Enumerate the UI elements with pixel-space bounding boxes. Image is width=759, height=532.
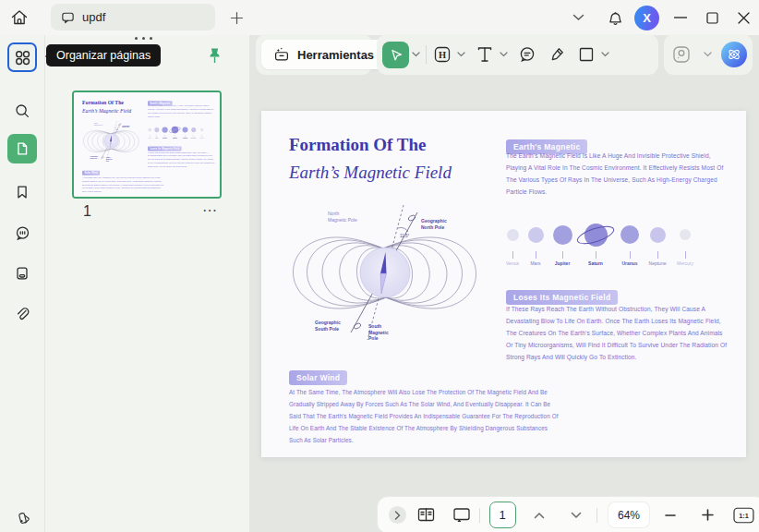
thumb-diagram-label-south-magnetic-2: Magnetic bbox=[106, 158, 113, 160]
collapse-statusbar-button[interactable] bbox=[385, 497, 409, 532]
thumbnail-label-row: 1 ⋯ bbox=[72, 203, 222, 224]
tab-title: updf bbox=[82, 10, 105, 24]
home-button[interactable] bbox=[7, 6, 31, 30]
planet-tick bbox=[536, 251, 536, 259]
book-view-icon bbox=[416, 504, 437, 526]
section-text-solar-wind: At The Same Time, The Atmosphere Will Al… bbox=[289, 386, 559, 446]
page-thumbnail-canvas[interactable]: Formation Of The Earth’s Magnetic Field bbox=[72, 91, 222, 199]
planet-tick bbox=[685, 251, 686, 259]
minimize-button[interactable] bbox=[665, 0, 696, 35]
planet-jupiter: Jupiter bbox=[544, 222, 581, 266]
planets-size-comparison: VenusMarsJupiterSaturnUranusNeptuneMercu… bbox=[261, 222, 746, 275]
cursor-icon bbox=[388, 46, 404, 63]
presentation-mode-button[interactable] bbox=[446, 497, 477, 532]
sidebar-item-organize-pages[interactable] bbox=[7, 42, 37, 72]
section-text-loses-field: If These Rays Reach The Earth Without Ob… bbox=[506, 303, 730, 363]
diagram-label-south-magnetic-1: South bbox=[368, 323, 381, 329]
sidebar-item-comments[interactable] bbox=[7, 218, 37, 248]
planet-circle-mercury bbox=[680, 229, 691, 240]
bookmark-icon bbox=[13, 183, 31, 201]
planet-circle-mars bbox=[528, 227, 544, 243]
current-page-field[interactable]: 1 bbox=[488, 497, 516, 532]
document-tab[interactable]: updf bbox=[51, 4, 215, 30]
planet-tick bbox=[657, 251, 658, 259]
maximize-button[interactable] bbox=[696, 0, 728, 35]
actual-size-button[interactable]: 1:1 bbox=[729, 497, 758, 532]
text-icon bbox=[475, 44, 495, 65]
organize-pages-icon bbox=[13, 48, 32, 67]
planet-circle-jupiter bbox=[553, 225, 572, 245]
titlebar-right: X bbox=[564, 0, 759, 35]
zoom-in-button[interactable] bbox=[693, 497, 721, 532]
section-badge-solar-wind: Solar Wind bbox=[289, 370, 347, 385]
previous-page-button[interactable] bbox=[525, 497, 553, 532]
select-tool-dropdown[interactable] bbox=[409, 41, 422, 68]
sidebar-item-bookmarks[interactable] bbox=[7, 177, 37, 207]
highlighter-icon bbox=[547, 44, 567, 65]
search-icon bbox=[13, 102, 31, 120]
shape-tool-button[interactable] bbox=[574, 41, 598, 68]
next-page-button[interactable] bbox=[562, 497, 590, 532]
thumb-planet-circle-jupiter bbox=[162, 127, 167, 132]
sidebar-item-thumbnails[interactable] bbox=[7, 134, 37, 163]
comment-tool-button[interactable] bbox=[515, 41, 539, 68]
diagram-label-geographic-south-2: South Pole bbox=[315, 326, 339, 332]
heading-tool-dropdown[interactable] bbox=[454, 41, 467, 68]
zoom-level-value[interactable]: 64% bbox=[608, 502, 649, 527]
toolbar-divider bbox=[426, 45, 427, 64]
expand-menu-button[interactable] bbox=[564, 4, 592, 31]
document-canvas[interactable]: Formation Of The Earth’s Magnetic Field bbox=[249, 35, 759, 532]
planet-tick bbox=[562, 251, 563, 259]
page-view-mode-button[interactable] bbox=[411, 497, 440, 532]
ai-assistant-button[interactable] bbox=[721, 42, 747, 67]
stamp-tool-dropdown[interactable] bbox=[701, 41, 714, 68]
planet-label: Jupiter bbox=[544, 260, 581, 266]
close-button[interactable] bbox=[728, 0, 759, 35]
left-sidebar bbox=[0, 35, 45, 532]
pin-panel-button[interactable] bbox=[203, 44, 225, 66]
text-tool-button[interactable] bbox=[473, 41, 497, 68]
zoom-level-field[interactable]: 64% bbox=[605, 497, 653, 532]
sidebar-item-search[interactable] bbox=[7, 96, 37, 126]
home-icon bbox=[9, 7, 30, 28]
comment-bubble-icon bbox=[13, 224, 32, 243]
panel-handle-dots bbox=[135, 37, 152, 40]
text-tool-dropdown[interactable] bbox=[497, 41, 510, 68]
tools-button[interactable]: Herramientas bbox=[261, 40, 385, 69]
planet-saturn: Saturn bbox=[577, 222, 614, 266]
comment-tool-icon bbox=[517, 44, 537, 65]
tooltip-organize-pages: Organizar páginas bbox=[46, 44, 161, 66]
user-avatar[interactable]: X bbox=[634, 6, 659, 30]
highlighter-tool-button[interactable] bbox=[545, 41, 569, 68]
thumb-page-preview: Formation Of The Earth’s Magnetic Field bbox=[74, 92, 221, 197]
zoom-out-button[interactable] bbox=[657, 497, 684, 532]
sidebar-item-export[interactable] bbox=[7, 259, 37, 288]
thumb-section-text-solar-wind: At The Same Time, The Atmosphere Will Al… bbox=[82, 175, 163, 194]
new-tab-button[interactable] bbox=[225, 6, 247, 29]
notifications-button[interactable] bbox=[601, 4, 629, 31]
thumb-doc-title-line2: Earth’s Magnetic Field bbox=[82, 108, 131, 115]
planet-label: Saturn bbox=[577, 260, 614, 266]
heading-icon: H bbox=[432, 44, 452, 65]
thumbnail-more-button[interactable]: ⋯ bbox=[202, 201, 218, 219]
select-tool-button[interactable] bbox=[382, 42, 409, 68]
bell-icon bbox=[606, 8, 625, 28]
heading-tool-button[interactable]: H bbox=[430, 41, 454, 68]
pdf-page[interactable]: Formation Of The Earth’s Magnetic Field bbox=[261, 111, 746, 457]
tools-button-label: Herramientas bbox=[297, 48, 374, 62]
sidebar-item-swatches[interactable] bbox=[7, 502, 37, 532]
sidebar-item-attachments[interactable] bbox=[7, 299, 37, 329]
thumb-diagram-label-geographic-south-1: Geographic bbox=[90, 155, 99, 157]
stamp-tool-button[interactable] bbox=[669, 41, 693, 68]
paperclip-icon bbox=[13, 305, 31, 323]
statusbar-divider bbox=[596, 508, 597, 523]
statusbar: 1 64% 1:1 bbox=[377, 496, 759, 532]
thumb-planet-label: Mercury bbox=[197, 138, 208, 139]
tab-document-icon bbox=[60, 9, 76, 25]
thumb-planets-size-comparison: VenusMarsJupiterSaturnUranusNeptuneMercu… bbox=[74, 126, 221, 142]
planet-tick bbox=[596, 251, 596, 259]
thumb-diagram-label-north-magnetic-1: North bbox=[94, 122, 98, 124]
shape-tool-dropdown[interactable] bbox=[598, 41, 611, 68]
page-number-box[interactable]: 1 bbox=[489, 502, 516, 528]
thumb-section-text-earths-magnetic: The Earth's Magnetic Field Is Like A Hug… bbox=[148, 104, 215, 119]
